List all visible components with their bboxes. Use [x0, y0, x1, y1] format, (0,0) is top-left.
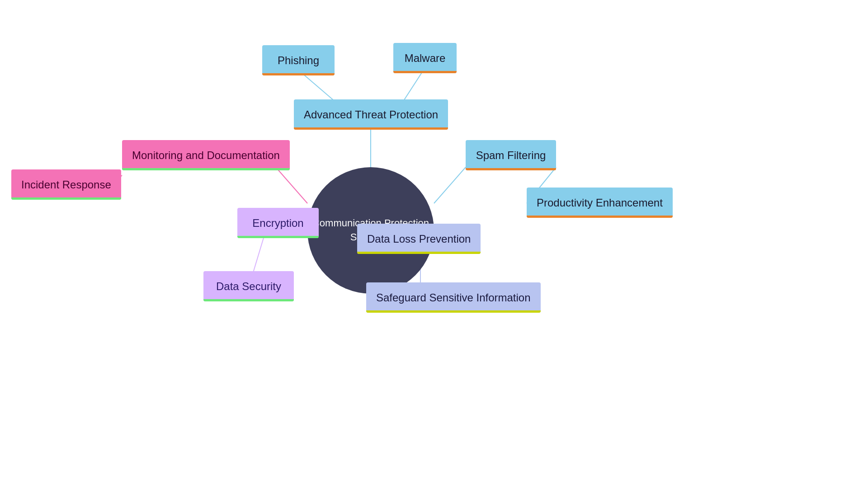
incident-node[interactable]: Incident Response	[11, 169, 121, 200]
phishing-node[interactable]: Phishing	[262, 45, 335, 75]
encryption-label: Encryption	[252, 217, 303, 229]
productivity-label: Productivity Enhancement	[537, 197, 663, 209]
encryption-bar	[237, 236, 319, 238]
monitoring-bar	[122, 168, 290, 170]
phishing-bar	[262, 73, 335, 75]
spam-filtering-label: Spam Filtering	[476, 149, 546, 161]
monitoring-label: Monitoring and Documentation	[132, 149, 280, 161]
incident-bar	[11, 197, 121, 200]
incident-label: Incident Response	[21, 178, 111, 191]
data-loss-node[interactable]: Data Loss Prevention	[357, 224, 481, 254]
malware-node[interactable]: Malware	[393, 43, 457, 73]
advanced-threat-label: Advanced Threat Protection	[304, 108, 438, 121]
advanced-threat-node[interactable]: Advanced Threat Protection	[294, 99, 448, 130]
svg-line-5	[276, 167, 307, 203]
malware-label: Malware	[405, 52, 446, 64]
data-loss-bar	[357, 252, 481, 254]
spam-filtering-node[interactable]: Spam Filtering	[466, 140, 556, 170]
productivity-node[interactable]: Productivity Enhancement	[527, 188, 673, 218]
safeguard-node[interactable]: Safeguard Sensitive Information	[366, 282, 541, 313]
data-security-node[interactable]: Data Security	[203, 271, 294, 301]
encryption-node[interactable]: Encryption	[237, 208, 319, 238]
advanced-threat-bar	[294, 127, 448, 130]
productivity-bar	[527, 216, 673, 218]
svg-line-3	[434, 167, 466, 203]
spam-filtering-bar	[466, 168, 556, 170]
data-loss-label: Data Loss Prevention	[367, 233, 471, 245]
safeguard-label: Safeguard Sensitive Information	[376, 291, 531, 304]
phishing-label: Phishing	[278, 54, 319, 66]
data-security-bar	[203, 299, 294, 301]
safeguard-bar	[366, 310, 541, 313]
malware-bar	[393, 71, 457, 73]
data-security-label: Data Security	[216, 280, 281, 292]
monitoring-node[interactable]: Monitoring and Documentation	[122, 140, 290, 170]
